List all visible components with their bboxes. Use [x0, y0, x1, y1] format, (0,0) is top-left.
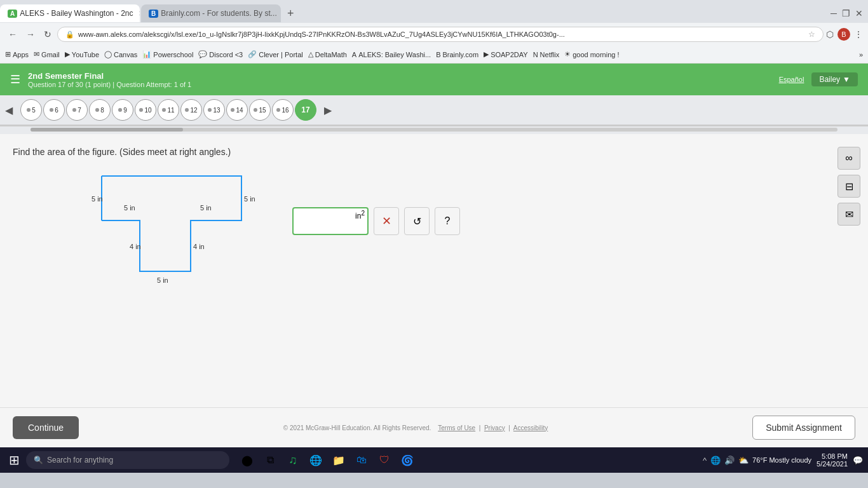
taskbar-clock[interactable]: 5:08 PM 5/24/2021	[817, 452, 848, 468]
q-num-17[interactable]: 17	[295, 99, 316, 121]
tab-aleks-close[interactable]: ✕	[139, 10, 140, 18]
tab-brainly[interactable]: B Brainly.com - For students. By st... ✕	[141, 4, 281, 22]
bookmark-canvas[interactable]: ◯ Canvas	[104, 50, 137, 58]
q-num-11[interactable]: 11	[158, 99, 179, 121]
bookmark-clever[interactable]: 🔗 Clever | Portal	[248, 50, 303, 58]
clear-button[interactable]: ✕	[374, 207, 399, 235]
label-top-left-width: 5 in	[124, 204, 135, 212]
bookmark-apps[interactable]: ⊞ Apps	[5, 50, 29, 58]
clock-time: 5:08 PM	[817, 452, 848, 460]
q14-dot	[231, 108, 234, 112]
bookmark-discord[interactable]: 💬 Discord <3	[198, 50, 243, 58]
taskbar-cortana-icon[interactable]: ⬤	[237, 450, 257, 470]
bookmark-star-icon[interactable]: ☆	[808, 30, 815, 39]
q-num-16[interactable]: 16	[272, 99, 294, 121]
q-num-8[interactable]: 8	[89, 99, 111, 121]
q-num-10[interactable]: 10	[135, 99, 156, 121]
q7-dot	[72, 108, 76, 112]
label-top-right-width: 5 in	[200, 204, 212, 212]
nav-prev-button[interactable]: ◀	[0, 102, 18, 119]
label-right-height: 5 in	[244, 195, 255, 203]
continue-button[interactable]: Continue	[13, 416, 79, 439]
aleks-header: ☰ 2nd Semester Final Question 17 of 30 (…	[0, 64, 868, 95]
sidebar-tools: ∞ ⊟ ✉	[837, 147, 860, 226]
back-button[interactable]: ←	[5, 28, 20, 41]
footer-copyright: © 2021 McGraw-Hill Education. All Rights…	[283, 424, 548, 431]
q-num-6[interactable]: 6	[43, 99, 65, 121]
notification-icon[interactable]: 💬	[853, 456, 863, 465]
q12-dot	[185, 108, 189, 112]
systray-volume-icon[interactable]: 🔊	[724, 456, 735, 465]
q9-dot	[118, 108, 122, 112]
label-notch-right-height: 4 in	[193, 243, 205, 250]
bookmarks-more[interactable]: »	[859, 51, 863, 58]
question-nav-row: ◀ 5 6 7 8 9 10 11 12 13 14 15 16 17 ▶	[0, 95, 868, 126]
q-num-15[interactable]: 15	[249, 99, 271, 121]
privacy-link[interactable]: Privacy	[484, 424, 505, 431]
bookmark-goodmorning[interactable]: ☀ good morning !	[564, 50, 619, 58]
minimize-button[interactable]: ─	[831, 8, 837, 18]
search-input[interactable]	[47, 456, 222, 464]
tool-button-3[interactable]: ✉	[837, 203, 860, 226]
label-notch-bottom-width: 5 in	[157, 276, 168, 284]
q-num-5[interactable]: 5	[20, 99, 42, 121]
aleks-title-block: 2nd Semester Final Question 17 of 30 (1 …	[28, 71, 191, 88]
nav-next-button[interactable]: ▶	[319, 102, 337, 119]
aleks-footer: Continue © 2021 McGraw-Hill Education. A…	[0, 407, 868, 447]
q-num-9[interactable]: 9	[112, 99, 133, 121]
terms-link[interactable]: Terms of Use	[438, 424, 475, 431]
bookmark-gmail[interactable]: ✉ Gmail	[34, 50, 60, 58]
systray-network-icon[interactable]: 🌐	[710, 456, 721, 465]
close-window-button[interactable]: ✕	[855, 8, 863, 18]
tool-button-1[interactable]: ∞	[837, 147, 860, 170]
accessibility-link[interactable]: Accessibility	[513, 424, 548, 431]
start-button[interactable]: ⊞	[5, 450, 24, 470]
systray-weather-icon[interactable]: ⛅	[738, 456, 749, 465]
help-button[interactable]: ?	[435, 207, 460, 235]
figure-area: 5 in 5 in 5 in 5 in 4 in 4 in 5 in	[89, 170, 855, 299]
taskbar-spotify-icon[interactable]: ♫	[283, 450, 303, 470]
taskbar-security-icon[interactable]: 🛡	[374, 450, 395, 470]
bookmark-aleks[interactable]: A ALEKS: Bailey Washi...	[352, 51, 431, 58]
taskbar: ⊞ 🔍 ⬤ ⧉ ♫ 🌐 📁 🛍 🛡 🌀 ^ 🌐 🔊 ⛅ 76°F Mostly …	[0, 447, 868, 473]
taskbar-edge-icon[interactable]: 🌐	[306, 450, 326, 470]
new-tab-button[interactable]: +	[282, 7, 299, 20]
reload-button[interactable]: ↻	[41, 28, 55, 41]
tab-aleks[interactable]: A ALEKS - Bailey Washington - 2nc ✕	[0, 4, 140, 22]
undo-button[interactable]: ↺	[404, 207, 430, 235]
q-num-14[interactable]: 14	[226, 99, 248, 121]
browser-chrome: A ALEKS - Bailey Washington - 2nc ✕ B Br…	[0, 0, 868, 64]
espanol-link[interactable]: Español	[779, 76, 804, 83]
forward-button[interactable]: →	[23, 28, 38, 41]
bookmark-netflix[interactable]: N Netflix	[533, 51, 560, 58]
maximize-button[interactable]: ❐	[842, 8, 850, 18]
extensions-button[interactable]: ⬡	[826, 29, 834, 39]
bookmark-powerschool[interactable]: 📊 Powerschool	[142, 50, 193, 58]
hamburger-button[interactable]: ☰	[10, 72, 20, 86]
aleks-header-left: ☰ 2nd Semester Final Question 17 of 30 (…	[10, 71, 191, 88]
tool-button-2[interactable]: ⊟	[837, 175, 860, 198]
bookmark-brainly[interactable]: B Brainly.com	[436, 51, 478, 58]
q-num-13[interactable]: 13	[203, 99, 225, 121]
bookmark-soap2day[interactable]: ▶ SOAP2DAY	[484, 50, 528, 58]
q-num-12[interactable]: 12	[180, 99, 202, 121]
q-num-7[interactable]: 7	[66, 99, 88, 121]
taskbar-taskview-icon[interactable]: ⧉	[260, 450, 280, 470]
scrollbar-thumb[interactable]	[31, 128, 183, 132]
address-bar[interactable]: 🔒 www-awn.aleks.com/alekscgi/x/lsl.exe/1…	[57, 27, 824, 42]
profile-button[interactable]: B	[837, 28, 850, 41]
bookmark-youtube[interactable]: ▶ YouTube	[65, 50, 99, 58]
taskbar-store-icon[interactable]: 🛍	[351, 450, 372, 470]
systray-chevron[interactable]: ^	[703, 456, 707, 465]
taskbar-files-icon[interactable]: 📁	[329, 450, 349, 470]
submit-assignment-button[interactable]: Submit Assignment	[752, 416, 855, 440]
taskbar-search[interactable]: 🔍	[26, 451, 229, 469]
aleks-header-right: Español Bailey ▼	[779, 72, 858, 86]
more-button[interactable]: ⋮	[854, 29, 863, 39]
bookmark-deltamath[interactable]: △ DeltaMath	[308, 50, 347, 58]
taskbar-chrome-icon[interactable]: 🌀	[397, 450, 417, 470]
aleks-container: ☰ 2nd Semester Final Question 17 of 30 (…	[0, 64, 868, 447]
label-left-height: 5 in	[92, 195, 103, 203]
taskbar-pinned-icons: ⬤ ⧉ ♫ 🌐 📁 🛍 🛡 🌀	[237, 450, 417, 470]
user-menu-button[interactable]: Bailey ▼	[811, 72, 858, 86]
